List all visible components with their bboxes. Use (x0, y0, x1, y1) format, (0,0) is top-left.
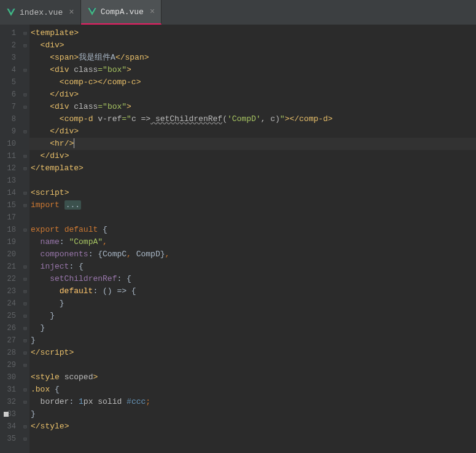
code-line[interactable]: <comp-c></comp-c> (29, 76, 476, 89)
line-number[interactable]: 21 (0, 261, 16, 273)
fold-toggle[interactable] (21, 371, 29, 384)
line-number[interactable]: 32 (0, 396, 16, 408)
fold-toggle[interactable]: ⊟ (21, 322, 29, 334)
fold-toggle[interactable]: ⊟ (21, 261, 29, 273)
code-line[interactable]: .box { (29, 384, 476, 396)
fold-toggle[interactable]: ⊟ (21, 334, 29, 347)
fold-toggle[interactable]: ⊟ (21, 101, 29, 113)
code-line[interactable]: <span>我是组件A</span> (29, 52, 476, 64)
line-number[interactable]: 20 (0, 248, 16, 261)
fold-toggle[interactable]: ⊟ (21, 359, 29, 371)
code-line[interactable]: <template> (29, 27, 476, 39)
line-number[interactable]: 25 (0, 310, 16, 322)
fold-toggle[interactable] (21, 211, 29, 224)
tab-compa-vue[interactable]: CompA.vue × (81, 0, 162, 25)
line-number[interactable]: 14 (0, 187, 16, 199)
code-line[interactable]: </div> (29, 150, 476, 162)
fold-toggle[interactable]: ⊟ (21, 420, 29, 433)
fold-toggle[interactable]: ⊟ (21, 433, 29, 445)
line-number[interactable]: 12 (0, 162, 16, 175)
code-line[interactable]: setChildrenRef: { (29, 273, 476, 285)
line-number[interactable]: 4 (0, 64, 16, 76)
code-line-current[interactable]: <hr/> (29, 138, 476, 150)
line-number[interactable]: 35 (0, 433, 16, 445)
line-number[interactable]: 31 (0, 384, 16, 396)
fold-toggle[interactable]: ⊟ (21, 162, 29, 175)
code-line[interactable] (29, 359, 476, 371)
fold-toggle[interactable]: ⊟ (21, 285, 29, 297)
line-number[interactable]: 19 (0, 236, 16, 248)
code-line[interactable]: <div class="box"> (29, 101, 476, 113)
line-number[interactable]: 27 (0, 334, 16, 347)
fold-toggle[interactable]: ⊟ (21, 199, 29, 211)
code-line[interactable]: </style> (29, 420, 476, 433)
code-line[interactable]: import ... (29, 199, 476, 211)
code-line[interactable]: name: "CompA", (29, 236, 476, 248)
line-number[interactable]: 1 (0, 27, 16, 39)
code-line[interactable] (29, 175, 476, 187)
line-number[interactable]: 15 (0, 199, 16, 211)
code-line[interactable]: </div> (29, 125, 476, 138)
line-number[interactable]: 33 (0, 408, 16, 420)
fold-column[interactable]: ⊟⊟⊟⊟⊟⊟⊟⊟⊟⊟⊟⊟⊟⊟⊟⊟⊟⊟⊟⊟⊟⊟⊟⊟ (21, 25, 29, 453)
fold-toggle[interactable]: ⊟ (21, 384, 29, 396)
code-line[interactable]: <style scoped> (29, 371, 476, 384)
fold-toggle[interactable]: ⊟ (21, 224, 29, 236)
line-number[interactable]: 5 (0, 76, 16, 89)
fold-toggle[interactable]: ⊟ (21, 89, 29, 101)
line-number[interactable]: 30 (0, 371, 16, 384)
code-line[interactable]: border: 1px solid #ccc; (29, 396, 476, 408)
line-number[interactable]: 3 (0, 52, 16, 64)
close-icon[interactable]: × (69, 7, 74, 17)
line-number[interactable]: 29 (0, 359, 16, 371)
code-line[interactable]: <div class="box"> (29, 64, 476, 76)
fold-toggle[interactable] (21, 175, 29, 187)
fold-toggle[interactable]: ⊟ (21, 64, 29, 76)
fold-toggle[interactable]: ⊟ (21, 27, 29, 39)
fold-marker[interactable]: ... (64, 200, 81, 210)
fold-toggle[interactable] (21, 138, 29, 150)
code-line[interactable]: </template> (29, 162, 476, 175)
fold-toggle[interactable]: ⊟ (21, 187, 29, 199)
line-number[interactable]: 9 (0, 125, 16, 138)
code-line[interactable]: } (29, 322, 476, 334)
fold-toggle[interactable] (21, 76, 29, 89)
fold-toggle[interactable] (21, 408, 29, 420)
fold-toggle[interactable] (21, 113, 29, 125)
line-number[interactable]: 10 (0, 138, 16, 150)
line-number[interactable]: 24 (0, 297, 16, 310)
code-area[interactable]: <template> <div> <span>我是组件A</span> <div… (29, 25, 476, 453)
fold-toggle[interactable]: ⊟ (21, 125, 29, 138)
fold-toggle[interactable]: ⊟ (21, 310, 29, 322)
line-number[interactable]: 7 (0, 101, 16, 113)
fold-toggle[interactable]: ⊟ (21, 396, 29, 408)
fold-toggle[interactable]: ⊟ (21, 273, 29, 285)
code-line[interactable] (29, 433, 476, 445)
code-line[interactable]: <comp-d v-ref="c => setChildrenRef('Comp… (29, 113, 476, 125)
code-line[interactable]: } (29, 297, 476, 310)
line-number[interactable]: 23 (0, 285, 16, 297)
fold-toggle[interactable]: ⊟ (21, 39, 29, 52)
code-line[interactable]: components: {CompC, CompD}, (29, 248, 476, 261)
code-line[interactable]: inject: { (29, 261, 476, 273)
fold-toggle[interactable]: ⊟ (21, 347, 29, 359)
code-line[interactable] (29, 211, 476, 224)
code-line[interactable]: <script> (29, 187, 476, 199)
line-number[interactable]: 8 (0, 113, 16, 125)
fold-toggle[interactable]: ⊟ (21, 150, 29, 162)
fold-toggle[interactable] (21, 236, 29, 248)
fold-toggle[interactable] (21, 52, 29, 64)
code-line[interactable]: default: () => { (29, 285, 476, 297)
tab-index-vue[interactable]: index.vue × (0, 0, 81, 25)
line-number[interactable]: 2 (0, 39, 16, 52)
line-number[interactable]: 28 (0, 347, 16, 359)
code-line[interactable]: <div> (29, 39, 476, 52)
line-gutter[interactable]: 1234567891011121314151718192021222324252… (0, 25, 21, 453)
line-number[interactable]: 34 (0, 420, 16, 433)
line-number[interactable]: 11 (0, 150, 16, 162)
line-number[interactable]: 18 (0, 224, 16, 236)
code-line[interactable]: export default { (29, 224, 476, 236)
code-line[interactable]: } (29, 334, 476, 347)
code-line[interactable]: </div> (29, 89, 476, 101)
line-number[interactable]: 26 (0, 322, 16, 334)
